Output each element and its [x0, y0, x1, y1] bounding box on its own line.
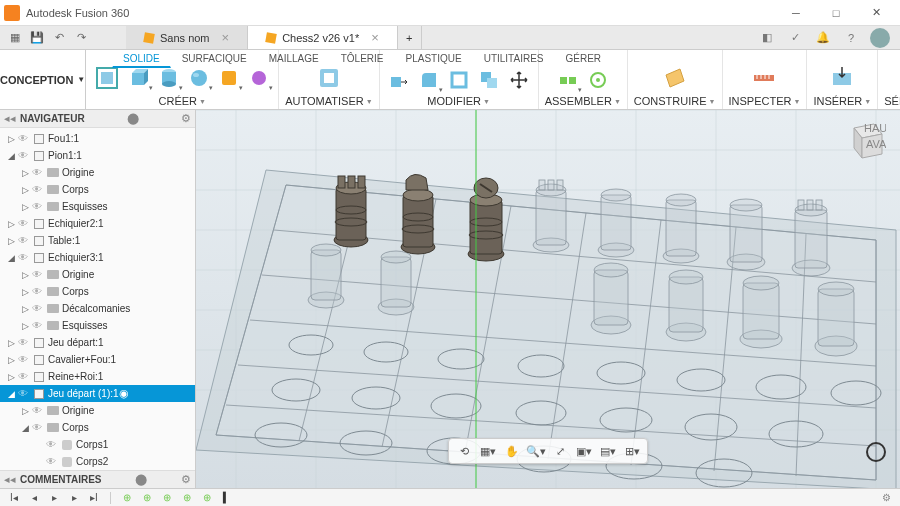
- timeline-feature-3[interactable]: ⊕: [159, 491, 175, 505]
- ribbon-tab-gerer[interactable]: GÉRER: [555, 50, 613, 68]
- timeline-forward-button[interactable]: ▸: [66, 491, 82, 505]
- tree-row[interactable]: ▷👁Fou1:1: [0, 130, 195, 147]
- visibility-icon[interactable]: 👁: [30, 303, 44, 314]
- coil-button[interactable]: ▾: [246, 65, 272, 91]
- ribbon-tab-solide[interactable]: SOLIDE: [112, 50, 171, 68]
- tree-row[interactable]: ▷👁Table:1: [0, 232, 195, 249]
- tree-row[interactable]: ▷👁Cavalier+Fou:1: [0, 351, 195, 368]
- document-tab-unsaved[interactable]: Sans nom ×: [126, 26, 248, 49]
- tree-row[interactable]: 👁Corps2: [0, 453, 195, 470]
- expand-icon[interactable]: ▷: [20, 406, 30, 416]
- move-button[interactable]: [506, 67, 532, 93]
- shell-button[interactable]: [446, 67, 472, 93]
- look-icon[interactable]: ▦▾: [477, 441, 499, 461]
- visibility-icon[interactable]: 👁: [16, 388, 30, 399]
- tree-row[interactable]: ▷👁Origine: [0, 164, 195, 181]
- tree-row[interactable]: ▷👁Corps: [0, 283, 195, 300]
- timeline-back-button[interactable]: ◂: [26, 491, 42, 505]
- timeline-marker[interactable]: ▍: [219, 491, 235, 505]
- close-tab-icon[interactable]: ×: [371, 30, 379, 45]
- close-tab-icon[interactable]: ×: [222, 30, 230, 45]
- box-button[interactable]: ▾: [126, 65, 152, 91]
- tree-row[interactable]: ▷👁Esquisses: [0, 317, 195, 334]
- undo-icon[interactable]: ↶: [50, 29, 68, 47]
- expand-icon[interactable]: ▷: [20, 168, 30, 178]
- expand-icon[interactable]: ▷: [6, 236, 16, 246]
- tree-row[interactable]: ▷👁Décalcomanies: [0, 300, 195, 317]
- comments-dot-icon[interactable]: ⬤: [135, 473, 147, 486]
- visibility-icon[interactable]: 👁: [30, 405, 44, 416]
- viewport[interactable]: HAUT AVANT ⟲ ▦▾ ✋ 🔍▾ ⤢ ▣▾ ▤▾ ⊞▾: [196, 110, 900, 488]
- close-button[interactable]: ✕: [856, 0, 896, 26]
- tree-row[interactable]: ◢👁Pion1:1: [0, 147, 195, 164]
- combine-button[interactable]: [476, 67, 502, 93]
- pan-icon[interactable]: ✋: [501, 441, 523, 461]
- visibility-icon[interactable]: 👁: [30, 269, 44, 280]
- ribbon-tab-tolerie[interactable]: TÔLERIE: [330, 50, 395, 68]
- browser-gear-icon[interactable]: ⚙: [181, 112, 191, 125]
- expand-icon[interactable]: ▷: [6, 219, 16, 229]
- zoom-icon[interactable]: 🔍▾: [525, 441, 547, 461]
- minimize-button[interactable]: ─: [776, 0, 816, 26]
- ribbon-tab-utilitaires[interactable]: UTILITAIRES: [473, 50, 555, 68]
- torus-button[interactable]: ▾: [216, 65, 242, 91]
- expand-icon[interactable]: ▷: [6, 372, 16, 382]
- timeline-feature-1[interactable]: ⊕: [119, 491, 135, 505]
- display-icon[interactable]: ▣▾: [573, 441, 595, 461]
- timeline-feature-4[interactable]: ⊕: [179, 491, 195, 505]
- ribbon-tab-surfacique[interactable]: SURFACIQUE: [171, 50, 258, 68]
- timeline-settings-icon[interactable]: ⚙: [878, 491, 894, 505]
- expand-icon[interactable]: ▷: [6, 134, 16, 144]
- group-label-selectionner[interactable]: SÉLECTIONNER▼: [884, 93, 900, 109]
- measure-button[interactable]: [749, 63, 779, 93]
- tree-row[interactable]: ▷👁Corps: [0, 181, 195, 198]
- sphere-button[interactable]: ▾: [186, 65, 212, 91]
- visibility-icon[interactable]: 👁: [44, 456, 58, 467]
- maximize-button[interactable]: □: [816, 0, 856, 26]
- group-label-automatiser[interactable]: AUTOMATISER▼: [285, 93, 372, 109]
- fillet-button[interactable]: ▾: [416, 67, 442, 93]
- expand-icon[interactable]: ▷: [20, 270, 30, 280]
- joint-button[interactable]: ▾: [555, 67, 581, 93]
- visibility-icon[interactable]: 👁: [30, 422, 44, 433]
- group-label-inspecter[interactable]: INSPECTER▼: [729, 93, 801, 109]
- timeline-end-button[interactable]: ▸I: [86, 491, 102, 505]
- ribbon-tab-maillage[interactable]: MAILLAGE: [258, 50, 330, 68]
- timeline-feature-2[interactable]: ⊕: [139, 491, 155, 505]
- visibility-icon[interactable]: 👁: [16, 150, 30, 161]
- orbit-icon[interactable]: ⟲: [453, 441, 475, 461]
- visibility-icon[interactable]: 👁: [30, 201, 44, 212]
- press-pull-button[interactable]: [386, 67, 412, 93]
- visibility-icon[interactable]: 👁: [44, 439, 58, 450]
- extensions-icon[interactable]: ◧: [758, 29, 776, 47]
- job-status-icon[interactable]: ✓: [786, 29, 804, 47]
- expand-icon[interactable]: ◢: [6, 253, 16, 263]
- browser-tree[interactable]: ▷👁Fou1:1◢👁Pion1:1▷👁Origine▷👁Corps▷👁Esqui…: [0, 128, 195, 470]
- expand-icon[interactable]: ▷: [6, 338, 16, 348]
- timeline-feature-5[interactable]: ⊕: [199, 491, 215, 505]
- visibility-icon[interactable]: 👁: [16, 371, 30, 382]
- model-canvas[interactable]: [196, 110, 900, 488]
- tree-row[interactable]: ◢👁Echiquier3:1: [0, 249, 195, 266]
- timeline-start-button[interactable]: I◂: [6, 491, 22, 505]
- collapse-browser-icon[interactable]: ◂◂: [4, 112, 16, 125]
- visibility-icon[interactable]: 👁: [30, 184, 44, 195]
- workspace-switcher[interactable]: CONCEPTION▼: [0, 50, 86, 109]
- tree-row[interactable]: ▷👁Jeu départ:1: [0, 334, 195, 351]
- expand-icon[interactable]: ▷: [6, 355, 16, 365]
- visibility-icon[interactable]: 👁: [16, 354, 30, 365]
- visibility-icon[interactable]: 👁: [16, 235, 30, 246]
- visibility-icon[interactable]: 👁: [16, 133, 30, 144]
- visibility-icon[interactable]: 👁: [30, 286, 44, 297]
- notifications-icon[interactable]: 🔔: [814, 29, 832, 47]
- save-icon[interactable]: 💾: [28, 29, 46, 47]
- comments-header[interactable]: ◂◂ COMMENTAIRES ⬤ ⚙: [0, 470, 195, 488]
- ribbon-tab-plastique[interactable]: PLASTIQUE: [395, 50, 473, 68]
- visibility-icon[interactable]: 👁: [16, 252, 30, 263]
- insert-button[interactable]: [827, 63, 857, 93]
- tree-row[interactable]: ◢👁Corps: [0, 419, 195, 436]
- view-cube[interactable]: HAUT AVANT: [842, 118, 886, 162]
- group-label-inserer[interactable]: INSÉRER▼: [813, 93, 871, 109]
- tree-row[interactable]: ▷👁Esquisses: [0, 198, 195, 215]
- expand-icon[interactable]: ▷: [20, 287, 30, 297]
